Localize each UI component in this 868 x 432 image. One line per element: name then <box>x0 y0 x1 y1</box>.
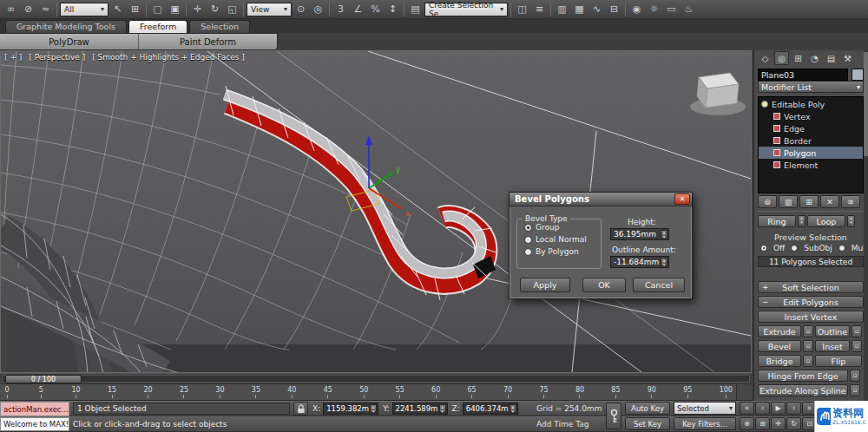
align-icon[interactable]: ≡ <box>531 2 548 17</box>
stack-item-editable-poly[interactable]: Editable Poly <box>759 98 863 110</box>
radio-icon[interactable] <box>760 245 767 252</box>
stack-item-polygon[interactable]: Polygon <box>759 147 863 159</box>
extrude-along-spline-button[interactable]: Extrude Along Spline <box>758 384 848 396</box>
auto-key-button[interactable]: Auto Key <box>625 402 670 415</box>
graphite-ribbon-toggle-icon[interactable]: ▦ <box>571 2 588 17</box>
ring-button[interactable]: Ring <box>758 215 796 227</box>
object-name-field[interactable]: Plane03 <box>758 69 848 81</box>
radio-group-option[interactable]: Group <box>524 223 601 232</box>
bind-to-spacewarp-icon[interactable]: ≈ <box>37 2 54 17</box>
dialog-titlebar[interactable]: Bevel Polygons ✕ <box>510 193 692 206</box>
height-input[interactable]: 36.195mm <box>610 228 669 240</box>
flip-button[interactable]: Flip <box>815 355 862 367</box>
loop-spinner[interactable] <box>847 215 855 227</box>
selection-lock-button[interactable] <box>293 402 308 416</box>
show-end-result-icon[interactable]: ▥ <box>779 195 798 208</box>
edit-polygons-rollout[interactable]: Edit Polygons <box>758 296 864 308</box>
outline-button[interactable]: Outline <box>815 325 850 337</box>
configure-modifier-sets-icon[interactable]: ≋ <box>841 195 860 208</box>
curve-editor-icon[interactable]: ∿ <box>589 2 605 17</box>
insert-vertex-button[interactable]: Insert Vertex <box>758 311 864 323</box>
motion-tab-icon[interactable]: ◔ <box>807 51 822 65</box>
modifier-list-dropdown[interactable]: Modifier List <box>758 81 864 93</box>
make-unique-icon[interactable]: ⊞ <box>799 195 819 208</box>
select-and-manipulate-icon[interactable]: ◎ <box>310 2 326 17</box>
previous-frame-icon[interactable]: ‹ <box>755 402 770 415</box>
tab-freeform[interactable]: Freeform <box>128 20 187 33</box>
hierarchy-tab-icon[interactable]: ⊞ <box>791 51 806 65</box>
spinner-arrows-icon[interactable] <box>661 230 667 239</box>
reference-coordinate-dropdown[interactable]: View <box>247 3 292 16</box>
select-and-scale-icon[interactable]: ◱ <box>224 2 240 17</box>
display-tab-icon[interactable]: ▤ <box>824 51 838 65</box>
track-bar[interactable]: 0510152025303540455055606570758085909510… <box>0 383 752 401</box>
orbit-icon[interactable]: ↻ <box>786 417 801 430</box>
spinner-arrows-icon[interactable] <box>439 404 446 413</box>
paint-deform-button[interactable]: Paint Deform <box>139 34 277 49</box>
extrude-along-spline-settings-icon[interactable]: ▫ <box>850 384 860 396</box>
select-and-move-icon[interactable]: ✛ <box>189 2 206 17</box>
spinner-arrows-icon[interactable] <box>510 404 516 413</box>
add-time-tag[interactable]: Add Time Tag <box>536 420 589 429</box>
select-by-name-icon[interactable]: ⊞ <box>127 2 143 17</box>
viewport-menu-general[interactable]: + <box>4 53 22 62</box>
hinge-settings-icon[interactable]: ▫ <box>850 370 860 382</box>
named-selection-set-dropdown[interactable]: Create Selection Se <box>424 3 508 16</box>
radio-icon[interactable] <box>838 245 845 252</box>
close-icon[interactable]: ✕ <box>674 193 690 205</box>
tab-graphite-modeling-tools[interactable]: Graphite Modeling Tools <box>5 20 127 33</box>
outline-settings-icon[interactable]: ▫ <box>852 325 862 337</box>
selection-filter-dropdown[interactable]: All <box>60 3 108 16</box>
bevel-button[interactable]: Bevel <box>758 340 801 352</box>
stack-item-vertex[interactable]: Vertex <box>759 110 863 122</box>
select-and-link-icon[interactable]: ∞ <box>3 2 19 17</box>
bridge-settings-icon[interactable]: ▫ <box>803 355 813 367</box>
set-keys-button[interactable] <box>606 403 621 429</box>
edit-named-selection-sets-icon[interactable]: ▤ <box>407 2 424 17</box>
radio-by-polygon-option[interactable]: By Polygon <box>524 247 601 256</box>
material-editor-icon[interactable]: ◉ <box>628 2 645 17</box>
snaps-toggle-icon[interactable]: 3 <box>332 2 349 17</box>
panel-scrollbar[interactable] <box>864 50 868 401</box>
utilities-tab-icon[interactable]: ⚒ <box>840 51 855 65</box>
mirror-icon[interactable]: ◫ <box>514 2 530 17</box>
time-slider-handle[interactable]: 0 / 100 <box>5 375 82 383</box>
render-production-icon[interactable]: ♨ <box>681 2 697 17</box>
zoom-icon[interactable]: ⊕ <box>740 417 754 430</box>
viewport-menu-shading[interactable]: Smooth + Highlights + Edged Faces <box>92 53 245 62</box>
inset-button[interactable]: Inset <box>815 340 850 352</box>
object-color-swatch[interactable] <box>852 69 864 81</box>
spinner-arrows-icon[interactable] <box>661 258 667 266</box>
rectangular-selection-region-icon[interactable]: ▢ <box>149 2 166 17</box>
spinner-arrows-icon[interactable] <box>370 404 377 413</box>
go-to-start-icon[interactable]: « <box>740 402 754 415</box>
maxscript-mini-listener[interactable]: Welcome to MAX! <box>0 417 69 431</box>
viewport-menu-pov[interactable]: Perspective <box>29 53 85 62</box>
unlink-selection-icon[interactable]: ⊘ <box>20 2 36 17</box>
coordinate-input[interactable]: 6406.374m <box>463 403 518 415</box>
key-set-dropdown[interactable]: Selected <box>674 402 736 415</box>
render-setup-icon[interactable]: ☼ <box>646 2 662 17</box>
outline-amount-input[interactable]: -11.684mm <box>610 256 669 268</box>
next-frame-icon[interactable]: › <box>786 402 801 415</box>
use-pivot-center-icon[interactable]: ⊙ <box>293 2 309 17</box>
radio-local-normal-option[interactable]: Local Normal <box>524 235 601 244</box>
ring-spinner[interactable] <box>798 215 806 227</box>
bevel-settings-icon[interactable]: ▫ <box>803 340 813 352</box>
set-key-button[interactable]: Set Key <box>625 417 670 430</box>
schematic-view-icon[interactable]: ⊟ <box>606 2 622 17</box>
cancel-button[interactable]: Cancel <box>633 278 685 292</box>
create-tab-icon[interactable]: ◇ <box>758 51 773 65</box>
tab-selection[interactable]: Selection <box>189 20 250 33</box>
apply-button[interactable]: Apply <box>520 278 570 292</box>
modify-tab-icon[interactable]: ◎ <box>774 51 789 65</box>
bridge-button[interactable]: Bridge <box>758 355 801 367</box>
select-object-icon[interactable]: ↖ <box>109 2 126 17</box>
ok-button[interactable]: OK <box>582 278 626 292</box>
loop-button[interactable]: Loop <box>807 215 845 227</box>
inset-settings-icon[interactable]: ▫ <box>852 340 862 352</box>
coordinate-input[interactable]: 2241.589m <box>392 403 448 415</box>
extrude-settings-icon[interactable]: ▫ <box>803 325 813 337</box>
rendered-frame-window-icon[interactable]: ▭ <box>663 2 680 17</box>
percent-snap-icon[interactable]: % <box>367 2 384 17</box>
